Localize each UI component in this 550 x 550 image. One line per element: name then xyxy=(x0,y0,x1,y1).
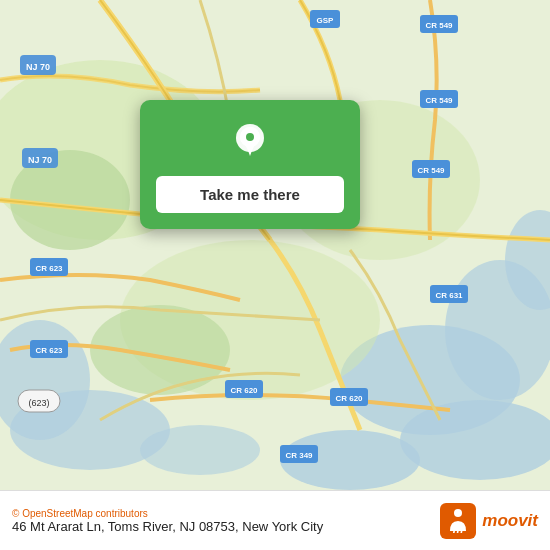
popup-card: Take me there xyxy=(140,100,360,229)
svg-text:CR 623: CR 623 xyxy=(35,264,63,273)
svg-point-46 xyxy=(246,133,254,141)
openstreetmap-credit: © OpenStreetMap contributors xyxy=(12,508,440,519)
svg-point-49 xyxy=(454,509,462,517)
svg-text:NJ 70: NJ 70 xyxy=(28,155,52,165)
address-text: 46 Mt Ararat Ln, Toms River, NJ 08753, N… xyxy=(12,519,440,534)
svg-point-8 xyxy=(140,425,260,475)
location-pin-icon xyxy=(228,120,272,164)
svg-text:CR 349: CR 349 xyxy=(285,451,313,460)
take-me-there-button[interactable]: Take me there xyxy=(156,176,344,213)
svg-text:CR 549: CR 549 xyxy=(425,21,453,30)
svg-text:CR 623: CR 623 xyxy=(35,346,63,355)
svg-text:CR 620: CR 620 xyxy=(230,386,258,395)
svg-text:CR 620: CR 620 xyxy=(335,394,363,403)
svg-text:CR 631: CR 631 xyxy=(435,291,463,300)
moovit-logo: m moovit xyxy=(440,503,538,539)
svg-text:CR 549: CR 549 xyxy=(417,166,445,175)
address-section: © OpenStreetMap contributors 46 Mt Arara… xyxy=(12,508,440,534)
svg-text:(623): (623) xyxy=(28,398,49,408)
moovit-brand-icon: m xyxy=(440,503,476,539)
svg-text:m: m xyxy=(453,522,464,536)
map-container: NJ 70 NJ 70 GSP CR 549 CR 549 CR 549 CR … xyxy=(0,0,550,490)
bottom-bar: © OpenStreetMap contributors 46 Mt Arara… xyxy=(0,490,550,550)
map-svg: NJ 70 NJ 70 GSP CR 549 CR 549 CR 549 CR … xyxy=(0,0,550,490)
svg-text:NJ 70: NJ 70 xyxy=(26,62,50,72)
svg-text:GSP: GSP xyxy=(317,16,335,25)
moovit-brand-text: moovit xyxy=(482,511,538,531)
svg-text:CR 549: CR 549 xyxy=(425,96,453,105)
